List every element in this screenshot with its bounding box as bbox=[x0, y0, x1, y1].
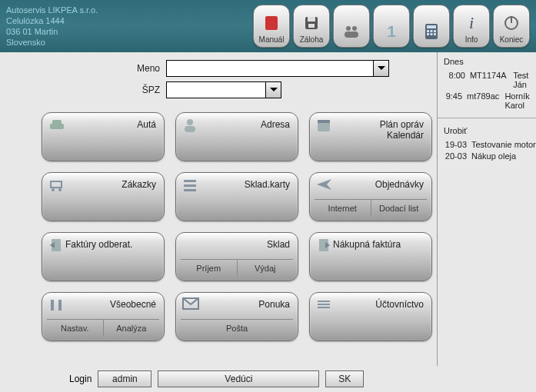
sub-prijem[interactable]: Príjem bbox=[181, 259, 237, 276]
lang-box[interactable]: SK bbox=[325, 370, 364, 387]
sub-analyza[interactable]: Analýza bbox=[103, 319, 160, 336]
left-panel: Meno ŠPZ Autá Adresa Plán opráv bbox=[0, 52, 437, 366]
tile-label: Nákupná faktúra bbox=[333, 239, 401, 250]
users-icon bbox=[341, 22, 361, 42]
sub-internet[interactable]: Internet bbox=[315, 199, 371, 216]
tile-vseobecne[interactable]: Všeobecné Nastav. Analýza bbox=[42, 292, 165, 341]
tile-grid: Autá Adresa Plán opráv Kalendár Zákazky … bbox=[42, 112, 432, 341]
sub-dodaci-list[interactable]: Dodací list bbox=[371, 199, 428, 216]
svg-point-6 bbox=[346, 26, 351, 31]
chevron-down-icon[interactable] bbox=[373, 61, 388, 76]
spz-row: ŠPZ bbox=[5, 81, 432, 98]
spz-combo[interactable] bbox=[166, 81, 281, 98]
svg-rect-11 bbox=[427, 30, 429, 32]
todo-date: 19-03 bbox=[444, 140, 467, 149]
svg-rect-29 bbox=[184, 184, 196, 187]
plane-icon bbox=[316, 178, 333, 194]
tile-objednavky[interactable]: Objednávky Internet Dodací list bbox=[309, 172, 432, 221]
users-button[interactable] bbox=[333, 5, 370, 48]
manual-button[interactable]: Manuál bbox=[253, 5, 290, 48]
svg-rect-28 bbox=[184, 180, 196, 182]
invoice-in-icon bbox=[316, 238, 333, 254]
svg-rect-20 bbox=[52, 120, 62, 125]
tile-label: Ponuka bbox=[258, 299, 290, 310]
todo-date: 20-03 bbox=[444, 151, 467, 161]
sub-vydaj[interactable]: Výdaj bbox=[237, 259, 294, 276]
ledger-icon bbox=[316, 297, 333, 314]
disk-icon bbox=[301, 13, 321, 33]
tile-skladkarty[interactable]: Sklad.karty bbox=[175, 172, 298, 221]
info-label: Info bbox=[465, 35, 478, 44]
info-button[interactable]: i Info bbox=[453, 5, 490, 48]
tile-adresa[interactable]: Adresa bbox=[175, 112, 298, 161]
today-title: Dnes bbox=[444, 57, 536, 66]
footer-bar: Login admin Vedúci SK bbox=[0, 366, 536, 392]
tile-label: Zákazky bbox=[122, 179, 156, 190]
station-button[interactable]: 1 bbox=[373, 5, 410, 48]
login-role-box[interactable]: Vedúci bbox=[158, 370, 319, 387]
sub-posta[interactable]: Pošta bbox=[181, 319, 293, 336]
tile-label: Účtovníctvo bbox=[375, 299, 424, 310]
tile-label: Faktúry odberat. bbox=[65, 239, 132, 250]
tile-zakazky[interactable]: Zákazky bbox=[42, 172, 165, 221]
todo-row: 19-03 Testovanie motora bbox=[444, 140, 536, 149]
today-row: 8:00 MT1174A Test Ján bbox=[444, 71, 536, 89]
info-icon: i bbox=[461, 13, 481, 33]
svg-point-27 bbox=[58, 188, 62, 191]
tile-sklad[interactable]: Sklad Príjem Výdaj bbox=[175, 232, 298, 281]
today-row: 9:45 mt789ac Horník Karol bbox=[444, 91, 536, 110]
exit-button[interactable]: Koniec bbox=[493, 5, 530, 48]
tile-label: Objednávky bbox=[375, 179, 424, 190]
today-name: Horník Karol bbox=[504, 91, 536, 110]
tile-label-2: Kalendár bbox=[387, 130, 424, 141]
sub-nastav[interactable]: Nastav. bbox=[47, 319, 103, 336]
login-user-box[interactable]: admin bbox=[98, 370, 151, 387]
tile-faktury[interactable]: Faktúry odberat. bbox=[42, 232, 165, 281]
tile-label: Autá bbox=[137, 119, 156, 130]
today-time: 8:00 bbox=[444, 71, 465, 89]
svg-rect-2 bbox=[268, 22, 275, 23]
todo-text: Nákup oleja bbox=[471, 151, 516, 161]
svg-rect-22 bbox=[185, 126, 195, 132]
today-name: Test Ján bbox=[513, 71, 536, 89]
company-country: Slovensko bbox=[6, 37, 98, 48]
company-street: Celulózka 1444 bbox=[6, 15, 98, 26]
svg-rect-39 bbox=[318, 301, 330, 302]
backup-button[interactable]: Záloha bbox=[293, 5, 330, 48]
tile-ponuka[interactable]: Ponuka Pošta bbox=[175, 292, 298, 341]
tile-plan[interactable]: Plán opráv Kalendár bbox=[309, 112, 432, 161]
svg-rect-24 bbox=[318, 120, 330, 123]
today-time: 9:45 bbox=[444, 91, 462, 110]
envelope-icon bbox=[182, 297, 199, 314]
divider bbox=[438, 118, 536, 118]
spz-label: ŠPZ bbox=[5, 85, 166, 95]
svg-point-21 bbox=[187, 119, 193, 125]
chevron-down-icon[interactable] bbox=[265, 82, 281, 98]
tile-uctovnictvo[interactable]: Účtovníctvo bbox=[309, 292, 432, 341]
calculator-button[interactable] bbox=[413, 5, 450, 48]
svg-rect-41 bbox=[318, 307, 330, 308]
tile-label: Všeobecné bbox=[110, 299, 156, 310]
exit-label: Koniec bbox=[500, 35, 524, 44]
svg-rect-18 bbox=[511, 16, 512, 23]
header-buttons: Manuál Záloha 1 i Info Koniec bbox=[253, 5, 530, 48]
backup-label: Záloha bbox=[300, 35, 324, 44]
svg-rect-4 bbox=[308, 17, 315, 22]
shelves-icon bbox=[182, 178, 199, 194]
manual-label: Manuál bbox=[259, 35, 285, 44]
svg-rect-5 bbox=[308, 24, 315, 28]
tile-label: Adresa bbox=[261, 119, 290, 130]
todo-text: Testovanie motora bbox=[471, 140, 536, 149]
svg-rect-13 bbox=[434, 30, 436, 32]
tile-auta[interactable]: Autá bbox=[42, 112, 165, 161]
app-header: Autoservis LIKPEA s.r.o. Celulózka 1444 … bbox=[0, 0, 536, 52]
tile-label: Plán opráv bbox=[380, 119, 424, 130]
columns-icon bbox=[48, 297, 65, 314]
svg-point-7 bbox=[352, 26, 357, 31]
station-icon: 1 bbox=[381, 22, 401, 42]
main-area: Meno ŠPZ Autá Adresa Plán opráv bbox=[0, 52, 536, 366]
today-plate: mt789ac bbox=[467, 91, 500, 110]
tile-nakupna[interactable]: Nákupná faktúra bbox=[309, 232, 432, 281]
meno-combo[interactable] bbox=[166, 60, 389, 77]
pdf-icon bbox=[261, 13, 281, 33]
